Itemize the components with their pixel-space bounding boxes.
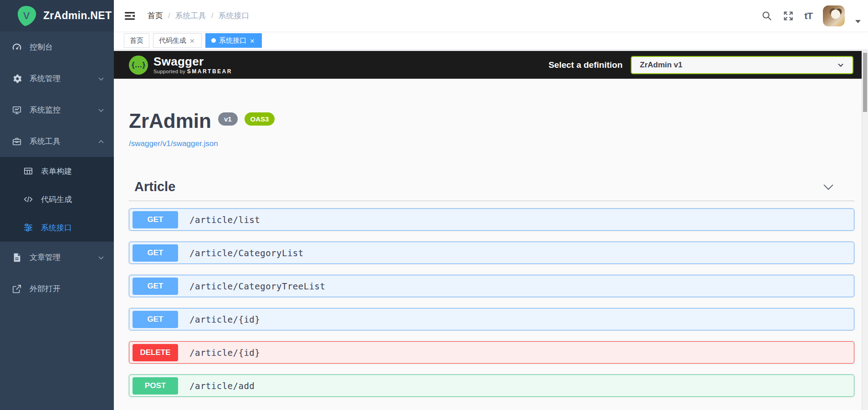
swagger-topbar: {…} Swagger Supported by SMARTBEAR Selec…	[114, 51, 862, 79]
sidebar: V ZrAdmin.NET 控制台 系统管理	[0, 0, 114, 410]
tags-view-bar: 首页 代码生成 系统接口	[114, 31, 868, 50]
code-icon	[23, 194, 34, 205]
sidebar-submenu-system-tools: 表单构建 代码生成 系	[0, 157, 114, 242]
oas3-badge: OAS3	[245, 112, 275, 126]
sidebar-item-code-gen[interactable]: 代码生成	[0, 185, 114, 213]
breadcrumb-separator: /	[211, 11, 214, 20]
chevron-down-icon	[97, 106, 105, 114]
tab-code-gen[interactable]: 代码生成	[153, 33, 202, 48]
breadcrumb-home[interactable]: 首页	[148, 10, 163, 21]
endpoint-row[interactable]: GET /article/CategoryList	[129, 242, 854, 264]
definition-select-label: Select a definition	[548, 60, 623, 70]
section-title: Article	[134, 179, 175, 194]
sidebar-item-article-manage[interactable]: 文章管理	[0, 242, 114, 273]
breadcrumb: 首页 / 系统工具 / 系统接口	[148, 10, 249, 21]
definition-select[interactable]: ZrAdmin v1	[631, 56, 853, 74]
sidebar-item-external-open[interactable]: 外部打开	[0, 273, 114, 304]
close-icon[interactable]	[250, 37, 256, 44]
sidebar-item-form-builder[interactable]: 表单构建	[0, 157, 114, 185]
sidebar-fold-icon[interactable]	[124, 10, 136, 22]
sidebar-item-label: 表单构建	[41, 166, 105, 177]
tab-system-api[interactable]: 系统接口	[205, 33, 262, 48]
method-badge: DELETE	[133, 344, 178, 361]
breadcrumb-system-api: 系统接口	[218, 10, 249, 21]
app-window: V ZrAdmin.NET 控制台 系统管理	[0, 0, 868, 410]
search-icon[interactable]	[761, 10, 772, 21]
version-badge: v1	[218, 112, 238, 126]
tab-label: 系统接口	[219, 36, 246, 45]
header-actions: tT	[761, 5, 868, 26]
method-badge: GET	[133, 211, 178, 228]
breadcrumb-separator: /	[168, 11, 170, 20]
endpoint-path: /article/{id}	[189, 314, 260, 324]
swagger-content: ZrAdmin v1 OAS3 /swagger/v1/swagger.json…	[114, 79, 862, 397]
method-badge: GET	[133, 311, 178, 328]
app-logo-icon: V	[16, 5, 36, 26]
external-link-icon	[11, 283, 22, 294]
fullscreen-icon[interactable]	[783, 10, 794, 21]
sidebar-item-label: 文章管理	[30, 252, 90, 263]
chevron-down-icon	[837, 61, 844, 69]
chevron-up-icon	[97, 138, 105, 145]
sidebar-item-system-manage[interactable]: 系统管理	[0, 63, 114, 94]
chevron-down-icon	[822, 181, 834, 193]
sidebar-item-label: 外部打开	[30, 283, 105, 294]
vertical-scrollbar[interactable]	[862, 51, 868, 410]
svg-text:V: V	[23, 10, 30, 21]
top-header: 首页 / 系统工具 / 系统接口 tT	[114, 0, 868, 31]
method-badge: POST	[133, 377, 178, 395]
monitor-icon	[11, 105, 22, 116]
breadcrumb-system-tools[interactable]: 系统工具	[175, 10, 206, 21]
method-badge: GET	[133, 244, 178, 262]
endpoint-path: /article/add	[189, 381, 255, 391]
section-article-header[interactable]: Article	[129, 177, 854, 201]
gear-icon	[11, 73, 22, 84]
tab-home[interactable]: 首页	[124, 33, 149, 48]
tab-label: 首页	[130, 36, 143, 45]
document-icon	[11, 252, 22, 263]
avatar[interactable]	[823, 5, 845, 26]
endpoint-path: /article/{id}	[189, 348, 260, 358]
swagger-ui: {…} Swagger Supported by SMARTBEAR Selec…	[114, 51, 862, 410]
sliders-icon	[23, 222, 34, 233]
app-title: ZrAdmin.NET	[43, 10, 112, 22]
caret-down-icon[interactable]	[855, 20, 861, 23]
chevron-down-icon	[97, 75, 105, 82]
sidebar-item-system-api[interactable]: 系统接口	[0, 213, 114, 242]
active-dot	[211, 38, 216, 43]
sidebar-item-label: 代码生成	[41, 194, 105, 205]
table-icon	[23, 166, 34, 177]
swagger-logo-text: Swagger	[153, 56, 232, 67]
endpoint-path: /article/CategoryTreeList	[189, 281, 325, 291]
spec-url-link[interactable]: /swagger/v1/swagger.json	[129, 139, 218, 148]
endpoint-path: /article/list	[189, 215, 260, 225]
sidebar-item-label: 系统接口	[41, 223, 105, 233]
sidebar-item-label: 控制台	[30, 42, 105, 52]
sidebar-item-label: 系统监控	[30, 105, 90, 115]
sidebar-item-dashboard[interactable]: 控制台	[0, 31, 114, 63]
selected-definition: ZrAdmin v1	[640, 61, 683, 70]
tab-label: 代码生成	[159, 36, 186, 45]
close-icon[interactable]	[189, 37, 196, 44]
app-logo: V ZrAdmin.NET	[0, 0, 114, 31]
endpoint-row[interactable]: GET /article/list	[129, 208, 854, 231]
api-title: ZrAdmin	[129, 111, 211, 132]
endpoint-row[interactable]: GET /article/{id}	[129, 308, 854, 330]
sidebar-item-system-tools[interactable]: 系统工具	[0, 126, 114, 157]
sidebar-item-system-monitor[interactable]: 系统监控	[0, 94, 114, 126]
endpoint-row[interactable]: GET /article/CategoryTreeList	[129, 275, 854, 297]
sidebar-item-label: 系统工具	[30, 136, 90, 147]
endpoint-path: /article/CategoryList	[189, 248, 304, 258]
swagger-supported-by: Supported by SMARTBEAR	[153, 69, 232, 74]
swagger-logo-icon: {…}	[129, 56, 148, 75]
swagger-logo: {…} Swagger Supported by SMARTBEAR	[129, 56, 232, 75]
sidebar-item-label: 系统管理	[30, 73, 90, 84]
endpoint-row[interactable]: DELETE /article/{id}	[129, 341, 854, 364]
scrollbar-thumb[interactable]	[863, 53, 867, 112]
chevron-down-icon	[97, 254, 105, 261]
toolbox-icon	[11, 136, 22, 147]
endpoint-row[interactable]: POST /article/add	[129, 375, 854, 397]
dashboard-icon	[11, 42, 22, 53]
font-size-icon[interactable]: tT	[804, 10, 812, 21]
method-badge: GET	[133, 278, 178, 295]
